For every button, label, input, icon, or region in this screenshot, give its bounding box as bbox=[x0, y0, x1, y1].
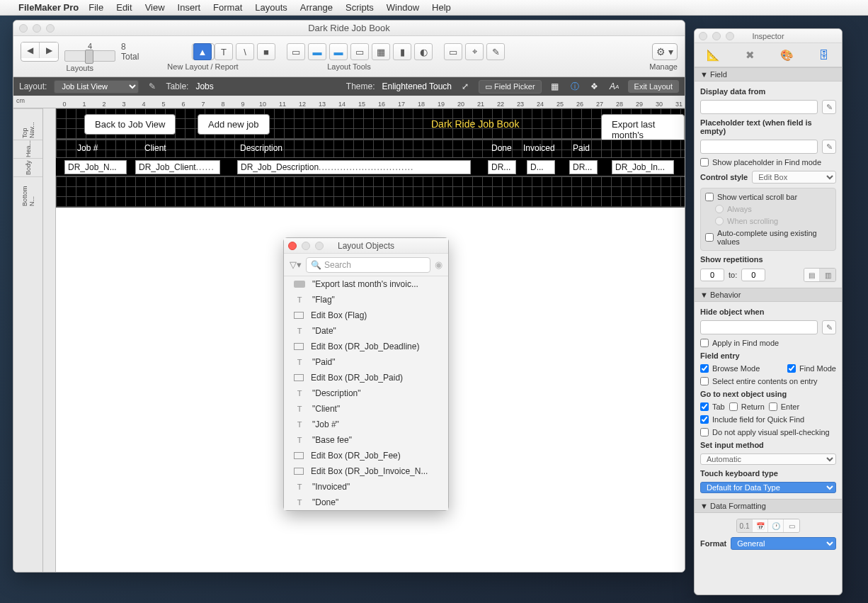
tab-check[interactable]: Tab bbox=[700, 402, 725, 411]
section-data-formatting[interactable]: ▼ Data Formatting bbox=[695, 499, 842, 513]
layout-object-item[interactable]: T"Base fee" bbox=[284, 432, 448, 448]
layout-object-item[interactable]: Edit Box (DR_Job_Invoice_N... bbox=[284, 463, 448, 479]
layers-icon[interactable]: ❖ bbox=[588, 80, 601, 93]
quick-find-check[interactable]: Include field for Quick Find bbox=[700, 415, 836, 424]
menu-file[interactable]: File bbox=[88, 2, 103, 13]
hdr-done[interactable]: Done bbox=[491, 143, 512, 153]
app-name[interactable]: FileMaker Pro bbox=[18, 2, 79, 13]
format-painter-tool[interactable]: ⌖ bbox=[465, 43, 484, 60]
layout-object-item[interactable]: Edit Box (Flag) bbox=[284, 308, 448, 323]
menu-arrange[interactable]: Arrange bbox=[300, 2, 333, 13]
inspector-panel[interactable]: Inspector 📐 ✖ 🎨 🗄 ▼ Field Display data f… bbox=[694, 28, 843, 595]
tab-position-icon[interactable]: 📐 bbox=[704, 47, 721, 64]
exit-layout-button[interactable]: Exit Layout bbox=[628, 80, 679, 93]
display-from-pencil-icon[interactable]: ✎ bbox=[822, 100, 836, 114]
webviewer-tool[interactable]: ◐ bbox=[414, 43, 433, 60]
section-field[interactable]: ▼ Field bbox=[695, 67, 842, 81]
pointer-tool[interactable]: ▲ bbox=[193, 43, 212, 60]
edit-layout-icon[interactable]: ✎ bbox=[146, 80, 159, 93]
menu-scripts[interactable]: Scripts bbox=[346, 2, 374, 13]
eyedropper-tool[interactable]: ✎ bbox=[486, 43, 505, 60]
layout-objects-panel[interactable]: Layout Objects ▽▾ 🔍 Search ◉ "Export las… bbox=[283, 237, 449, 511]
field-desc[interactable]: DR_Job_Description......................… bbox=[237, 160, 471, 174]
spell-check[interactable]: Do not apply visual spell-checking bbox=[700, 428, 836, 436]
layout-object-item[interactable]: Edit Box (DR_Job_Fee) bbox=[284, 448, 448, 463]
hide-when-input[interactable] bbox=[700, 320, 818, 334]
insp-traffic[interactable] bbox=[699, 32, 734, 40]
part-body[interactable]: Body bbox=[13, 158, 42, 176]
lo-traffic[interactable] bbox=[288, 242, 324, 250]
always-radio[interactable]: Always bbox=[705, 205, 831, 213]
rep-to-input[interactable] bbox=[741, 269, 765, 281]
menu-format[interactable]: Format bbox=[213, 2, 242, 13]
layout-object-item[interactable]: T"Job #" bbox=[284, 417, 448, 432]
layout-object-item[interactable]: T"Invoiced" bbox=[284, 479, 448, 495]
aa-icon[interactable]: AA bbox=[608, 80, 621, 93]
hdr-paid[interactable]: Paid bbox=[573, 143, 590, 153]
format-select[interactable]: General bbox=[731, 537, 836, 550]
layout-object-item[interactable]: T"Flag" bbox=[284, 292, 448, 308]
grid-icon[interactable]: ▦ bbox=[549, 80, 561, 93]
browse-mode-check[interactable]: Browse Mode bbox=[700, 364, 760, 373]
rect-tool[interactable]: ■ bbox=[257, 43, 275, 60]
layout-object-item[interactable]: Edit Box (DR_Job_Deadline) bbox=[284, 339, 448, 354]
menu-edit[interactable]: Edit bbox=[116, 2, 132, 13]
menu-insert[interactable]: Insert bbox=[178, 2, 201, 13]
format-type-segment[interactable]: 0.1📅🕐▭ bbox=[736, 519, 800, 533]
layout-object-item[interactable]: T"Done" bbox=[284, 495, 448, 510]
placeholder-pencil-icon[interactable]: ✎ bbox=[822, 140, 836, 154]
text-tool[interactable]: T bbox=[215, 43, 233, 60]
hdr-invoiced[interactable]: Invoiced bbox=[523, 143, 555, 153]
hdr-client[interactable]: Client bbox=[144, 143, 166, 153]
placeholder-input[interactable] bbox=[700, 140, 818, 154]
button-tool[interactable]: ▬ bbox=[308, 43, 326, 60]
hdr-job[interactable]: Job # bbox=[77, 143, 98, 153]
rep-from-input[interactable] bbox=[700, 269, 724, 281]
find-mode-check[interactable]: Find Mode bbox=[787, 364, 836, 373]
rep-orientation[interactable]: ▤▥ bbox=[804, 268, 836, 282]
nav-next-button[interactable]: ▶ bbox=[40, 43, 58, 58]
tab-styles-icon[interactable]: ✖ bbox=[741, 47, 758, 64]
tab-appearance-icon[interactable]: 🎨 bbox=[778, 47, 795, 64]
field-invoiced[interactable]: D... bbox=[527, 160, 555, 174]
back-button[interactable]: Back to Job View bbox=[84, 114, 176, 135]
traffic-lights[interactable] bbox=[19, 24, 55, 33]
enter-check[interactable]: Enter bbox=[769, 402, 799, 411]
add-job-button[interactable]: Add new job bbox=[198, 114, 270, 135]
nav-prev-button[interactable]: ◀ bbox=[21, 43, 40, 58]
field-picker-button[interactable]: ▭ Field Picker bbox=[479, 80, 542, 94]
field-jobnum[interactable]: DR_Job_N... bbox=[64, 160, 127, 174]
manage-button[interactable]: ⚙ ▾ bbox=[652, 43, 678, 60]
menu-help[interactable]: Help bbox=[432, 2, 451, 13]
filter-icon[interactable]: ▽▾ bbox=[290, 259, 302, 270]
return-check[interactable]: Return bbox=[729, 402, 765, 411]
layout-select[interactable]: Job List View bbox=[54, 80, 139, 94]
layout-object-item[interactable]: "Export last month's invoic... bbox=[284, 276, 448, 292]
canvas-title[interactable]: Dark Ride Job Book bbox=[431, 118, 520, 130]
visibility-icon[interactable]: ◉ bbox=[435, 259, 442, 270]
menu-view[interactable]: View bbox=[145, 2, 165, 13]
select-entire-check[interactable]: Select entire contents on entry bbox=[700, 377, 836, 385]
when-scrolling-radio[interactable]: When scrolling bbox=[705, 217, 831, 225]
field-done[interactable]: DR... bbox=[488, 160, 516, 174]
menu-layouts[interactable]: Layouts bbox=[255, 2, 287, 13]
menu-window[interactable]: Window bbox=[387, 2, 419, 13]
part-topnav[interactable]: Top Nav... bbox=[13, 108, 42, 140]
tab-tool[interactable]: ▭ bbox=[350, 43, 369, 60]
part-tool[interactable]: ▭ bbox=[444, 43, 462, 60]
line-tool[interactable]: \ bbox=[236, 43, 254, 60]
record-slider[interactable] bbox=[64, 50, 115, 62]
field-invnum[interactable]: DR_Job_In... bbox=[612, 160, 674, 174]
hide-when-pencil-icon[interactable]: ✎ bbox=[822, 320, 836, 334]
control-style-select[interactable]: Edit Box bbox=[752, 171, 836, 184]
hdr-desc[interactable]: Description bbox=[240, 143, 282, 153]
field-client[interactable]: DR_Job_Client...... bbox=[135, 160, 220, 174]
layout-object-item[interactable]: T"Date" bbox=[284, 323, 448, 339]
apply-find-check[interactable]: Apply in Find mode bbox=[700, 339, 836, 347]
input-method-select[interactable]: Automatic bbox=[700, 453, 836, 465]
autocomplete-check[interactable]: Auto-complete using existing values bbox=[705, 229, 831, 246]
layout-object-item[interactable]: T"Description" bbox=[284, 385, 448, 401]
portal-tool[interactable]: ▦ bbox=[372, 43, 390, 60]
display-from-input[interactable] bbox=[700, 100, 818, 114]
chart-tool[interactable]: ▮ bbox=[393, 43, 411, 60]
